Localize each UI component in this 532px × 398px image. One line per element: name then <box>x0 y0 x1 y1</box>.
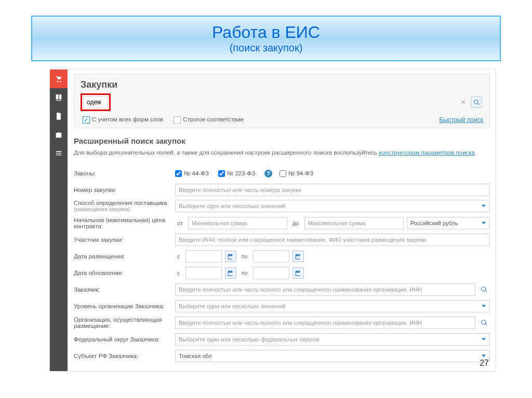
search-options: С учетом всех форм слов Строгое соответс… <box>81 114 483 123</box>
select-org-level[interactable]: Выберите одно или несколько значений <box>175 300 490 312</box>
sidebar-item-list[interactable] <box>50 144 68 163</box>
slide-title: Работа в ЕИС <box>32 23 500 42</box>
input-update-to[interactable] <box>253 267 289 279</box>
checkbox-all-forms[interactable]: С учетом всех форм слов <box>83 116 163 123</box>
calendar-icon[interactable] <box>292 251 304 262</box>
calendar-icon[interactable] <box>225 267 236 279</box>
slide-subtitle: (поиск закупок) <box>32 42 500 54</box>
input-placement-from[interactable] <box>185 250 222 263</box>
row-customer: Заказчик: Введите полностью или часть по… <box>74 283 490 296</box>
search-placing-org-icon[interactable] <box>478 317 490 328</box>
label-placing-org: Организация, осуществляющая размещение: <box>74 317 175 329</box>
calendar-icon[interactable] <box>292 267 304 279</box>
row-org-level: Уровень организации Заказчика: Выберите … <box>74 299 490 313</box>
advanced-title: Расширенный поиск закупок <box>74 136 490 145</box>
checkbox-law-44[interactable]: № 44-ФЗ <box>175 170 209 177</box>
label-purchase-no: Номер закупки: <box>74 187 175 193</box>
panel-title: Закупки <box>81 79 483 90</box>
sidebar-item-briefcase[interactable] <box>50 126 68 144</box>
checkbox-law-94[interactable]: № 94-ФЗ <box>280 170 313 177</box>
input-max-sum[interactable]: Максимальная сумма <box>304 217 404 229</box>
input-placement-to[interactable] <box>253 250 289 263</box>
label-customer: Заказчик: <box>74 286 175 293</box>
search-actions: × <box>461 97 483 108</box>
row-placing-org: Организация, осуществляющая размещение: … <box>74 316 490 330</box>
search-customer-icon[interactable] <box>478 284 490 295</box>
row-supplier-method: Способ определения поставщика (размещени… <box>74 200 490 213</box>
quick-search-link[interactable]: Быстрый поиск <box>440 116 483 123</box>
select-supplier-method[interactable]: Выберите одно или несколько значений <box>175 200 490 212</box>
select-fed-district[interactable]: Выберите один или несколько федеральных … <box>175 333 490 346</box>
advanced-desc: Для выбора дополнительных полей, а также… <box>74 148 490 157</box>
label-update-date: Дата обновления: <box>74 270 175 276</box>
search-panel: Закупки × С учетом всех форм слов Стро <box>74 74 490 128</box>
label-laws: Законы: <box>74 170 175 176</box>
row-placement-date: Дата размещения: с по <box>74 250 490 263</box>
search-highlight <box>81 93 111 111</box>
search-input[interactable] <box>87 99 104 106</box>
sidebar-item-doc[interactable] <box>50 107 68 126</box>
input-update-from[interactable] <box>185 267 222 279</box>
input-purchase-no[interactable]: Введите полностью или часть номера закуп… <box>175 184 490 196</box>
input-placing-org[interactable]: Введите полностью или часть полного или … <box>175 317 475 329</box>
label-price: Начальная (максимальная) цена контракта: <box>74 217 175 229</box>
search-row: × <box>81 93 483 111</box>
input-min-sum[interactable]: Минимальная сумма <box>188 217 287 229</box>
sidebar-item-purchases[interactable] <box>50 70 68 88</box>
row-subject-rf: Субъект РФ Заказчика: Томская обл <box>74 349 490 363</box>
row-purchase-no: Номер закупки: Введите полностью или час… <box>74 183 490 197</box>
row-participant: Участник закупки: Введите ИНН, полное ил… <box>74 233 490 246</box>
help-icon[interactable]: ? <box>264 170 272 177</box>
search-input-wrapper <box>83 96 108 108</box>
calendar-icon[interactable] <box>225 251 236 262</box>
checkbox-law-223[interactable]: № 223-ФЗ <box>218 170 255 177</box>
app-frame: Закупки × С учетом всех форм слов Стро <box>49 69 496 372</box>
sidebar-item-book[interactable] <box>50 88 68 107</box>
main-panel: Закупки × С учетом всех форм слов Стро <box>68 70 495 371</box>
checkbox-strict[interactable]: Строгое соответствие <box>174 116 244 123</box>
label-subject-rf: Субъект РФ Заказчика: <box>74 353 175 359</box>
label-fed-district: Федеральный округ Заказчика: <box>74 336 175 342</box>
slide-header: Работа в ЕИС (поиск закупок) <box>31 16 501 61</box>
clear-icon[interactable]: × <box>461 98 466 107</box>
select-subject-rf[interactable]: Томская обл <box>175 350 490 362</box>
page-number: 27 <box>480 359 489 368</box>
search-button[interactable] <box>471 97 482 108</box>
label-org-level: Уровень организации Заказчика: <box>74 303 175 309</box>
constructor-link[interactable]: конструктором параметров поиска <box>379 149 475 156</box>
label-participant: Участник закупки: <box>74 237 175 243</box>
input-participant[interactable]: Введите ИНН, полное или сокращенное наим… <box>175 234 490 246</box>
row-laws: Законы: № 44-ФЗ № 223-ФЗ ? № 94-ФЗ <box>74 167 490 180</box>
select-currency[interactable]: Российский рубль <box>407 217 490 229</box>
row-update-date: Дата обновления: с по <box>74 266 490 280</box>
input-customer[interactable]: Введите полностью или часть полного или … <box>175 283 475 296</box>
row-price: Начальная (максимальная) цена контракта:… <box>74 216 490 230</box>
row-fed-district: Федеральный округ Заказчика: Выберите од… <box>74 333 490 346</box>
label-supplier-method: Способ определения поставщика <box>74 200 171 206</box>
label-placement-date: Дата размещения: <box>74 253 175 259</box>
sidebar <box>50 70 68 371</box>
